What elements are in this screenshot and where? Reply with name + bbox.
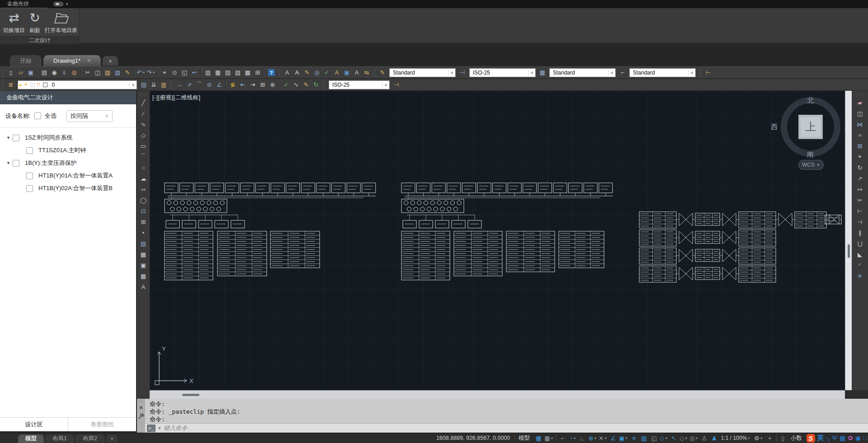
tool-palettes-icon[interactable]: ▤ — [223, 68, 233, 78]
annotation-scale-button[interactable]: 1:1 / 100%▼ — [719, 434, 752, 443]
zoom-previous-icon[interactable]: ↩ — [189, 68, 199, 78]
osnap-tracking-icon[interactable]: ⊕▼ — [588, 434, 598, 443]
document-tab-1[interactable]: 开始 — [10, 55, 42, 66]
undo-icon[interactable]: ↶▼ — [136, 68, 146, 78]
customization-plus-icon[interactable]: ＋ — [765, 434, 775, 443]
ime-toolbox-icon[interactable]: ∷ — [863, 434, 867, 442]
plot-icon[interactable]: ⇓ — [59, 68, 69, 78]
toolbar-grip[interactable] — [373, 69, 376, 77]
sogou-logo-icon[interactable]: S — [807, 434, 815, 443]
model-space-button[interactable]: 模型 — [515, 434, 533, 443]
tree-item-5[interactable]: HT1B(Y)02A:合智一体装置B — [0, 182, 136, 195]
grid-display-icon[interactable]: ▦ — [533, 434, 543, 443]
cut-icon[interactable]: ✂ — [83, 68, 93, 78]
gradient-icon[interactable]: ▩ — [138, 249, 148, 259]
app-tab-1[interactable]: 金曲光伏 — [1, 0, 47, 8]
copy-clip-icon[interactable]: ◫ — [93, 68, 103, 78]
circle-icon[interactable]: ○ — [138, 163, 148, 173]
quick-access-button[interactable]: ▼ — [53, 0, 69, 8]
pan-icon[interactable]: ⌖ — [160, 68, 170, 78]
radius-dimension-icon[interactable]: ⊘ — [204, 80, 214, 90]
table-style-combo[interactable]: Standard∨ — [549, 68, 616, 77]
toolbar-grip[interactable] — [1, 69, 5, 77]
layout-tab-3[interactable]: 布局2 — [75, 434, 104, 443]
tree-item-checkbox[interactable] — [26, 173, 33, 179]
trim-icon[interactable]: ✂ — [855, 195, 865, 205]
dim-style-brush-icon[interactable]: ⊣ — [458, 68, 467, 78]
find-text-icon[interactable]: ◎ — [312, 68, 322, 78]
isometric-drafting-icon[interactable]: ∟ — [578, 434, 588, 443]
layout-tab-1[interactable]: 模型 — [18, 434, 44, 443]
sheet-set-icon[interactable]: ▧ — [233, 68, 243, 78]
jogged-dimension-icon[interactable]: ∿ — [291, 80, 301, 90]
panel-tab-2[interactable]: 卷册图纸 — [68, 418, 136, 431]
linear-dimension-icon[interactable]: ↔ — [175, 80, 184, 90]
view-cube[interactable]: 上 北 南 西 东 — [781, 97, 840, 157]
vertical-scrollbar-thumb[interactable] — [848, 244, 850, 258]
tree-item-checkbox[interactable] — [13, 160, 19, 167]
layer-previous-icon[interactable]: ⇊ — [149, 80, 159, 90]
view-cube-west-label[interactable]: 西 — [771, 123, 778, 131]
extend-icon[interactable]: ⊢ — [855, 206, 865, 216]
tree-expand-caret-icon[interactable]: ▼ — [6, 135, 13, 140]
polyline-icon[interactable]: ∿ — [138, 119, 148, 129]
polygon-icon[interactable]: ◇ — [138, 130, 148, 140]
new-file-icon[interactable]: ▯ — [6, 68, 16, 78]
ime-mic-icon[interactable]: Ψ — [832, 434, 837, 442]
join-icon[interactable]: ⋃ — [855, 238, 865, 248]
dimension-space-icon[interactable]: ⊞ — [258, 80, 268, 90]
stretch-icon[interactable]: ↦ — [855, 184, 865, 194]
tree-item-1[interactable]: ▼1SZ:时间同步系统 — [0, 131, 136, 144]
gizmo-icon[interactable]: ◎▼ — [689, 434, 699, 443]
mleader-style-combo[interactable]: Standard∨ — [629, 68, 696, 77]
break-at-point-icon[interactable]: ⊣ — [855, 217, 865, 227]
view-cube-south-label[interactable]: 南 — [807, 150, 814, 159]
rectangle-icon[interactable]: ▭ — [138, 141, 148, 151]
dim-style-apply-icon[interactable]: ⊣ — [392, 80, 401, 90]
table-style-icon[interactable]: ▦ — [538, 68, 547, 78]
wrench-icon[interactable] — [138, 413, 144, 420]
toolbar-grip[interactable] — [699, 69, 702, 77]
array-icon[interactable]: ⊞ — [855, 141, 865, 151]
transparency-icon[interactable]: ▨ — [639, 434, 649, 443]
select-all-checkbox[interactable] — [34, 112, 41, 119]
mleader-style-icon[interactable]: ⌐ — [618, 68, 627, 78]
selection-cycling-icon[interactable]: ◱ — [649, 434, 659, 443]
toolbar-grip[interactable] — [278, 69, 281, 77]
toolbar-grip[interactable] — [139, 93, 147, 96]
properties-icon[interactable]: ▥ — [203, 68, 213, 78]
zoom-realtime-icon[interactable]: ⊙ — [170, 68, 179, 78]
justify-text-icon[interactable]: A — [352, 68, 362, 78]
tree-item-2[interactable]: TT1SZ01A:主时钟 — [0, 144, 136, 157]
polar-tracking-icon[interactable]: ◔▼ — [568, 434, 578, 443]
insert-block-icon[interactable]: ⊡ — [138, 206, 148, 216]
isolate-objects-icon[interactable]: ▯ — [778, 434, 788, 443]
dim-space-icon[interactable]: ⊢ — [703, 68, 713, 78]
snap-mode-icon[interactable]: ▦▼ — [543, 434, 554, 443]
close-icon[interactable]: ✕ — [87, 58, 91, 64]
revision-cloud-icon[interactable]: ☁ — [138, 173, 148, 183]
markup-icon[interactable]: ▩ — [243, 68, 253, 78]
new-layout-tab-button[interactable]: + — [106, 434, 118, 443]
interval-dropdown[interactable]: 按间隔 ∨ — [66, 110, 113, 122]
dimension-update-icon[interactable]: ↻ — [311, 80, 321, 90]
baseline-dimension-icon[interactable]: ⇤ — [238, 80, 248, 90]
osnap-angle-icon[interactable]: ∠ — [608, 434, 618, 443]
zoom-window-icon[interactable]: ◱ — [179, 68, 189, 78]
model-space-canvas[interactable]: YX [-][俯视][二维线框] 上 北 南 西 东 WCS ▼ — [150, 91, 845, 390]
print-preview-icon[interactable]: ◉ — [49, 68, 59, 78]
ellipse-icon[interactable]: ◯ — [138, 195, 148, 205]
tree-item-3[interactable]: ▼1B(Y):主变压器保护 — [0, 157, 136, 169]
wcs-menu[interactable]: WCS ▼ — [798, 160, 824, 170]
vertical-scrollbar[interactable] — [845, 91, 852, 390]
single-text-icon[interactable]: A — [292, 68, 302, 78]
explode-icon[interactable]: ✳ — [855, 271, 865, 281]
ime-punctuation-icon[interactable]: ·, — [826, 434, 830, 442]
dynamic-ucs-icon[interactable]: ↖ — [669, 434, 679, 443]
move-icon[interactable]: ⌖ — [855, 152, 865, 162]
units-button[interactable]: 小数 — [788, 434, 805, 443]
tolerance-icon[interactable]: ⊕ — [268, 80, 278, 90]
aligned-dimension-icon[interactable]: ⇗ — [184, 80, 194, 90]
text-style-combo[interactable]: Standard∨ — [389, 68, 456, 77]
redo-icon[interactable]: ↷▼ — [146, 68, 156, 78]
